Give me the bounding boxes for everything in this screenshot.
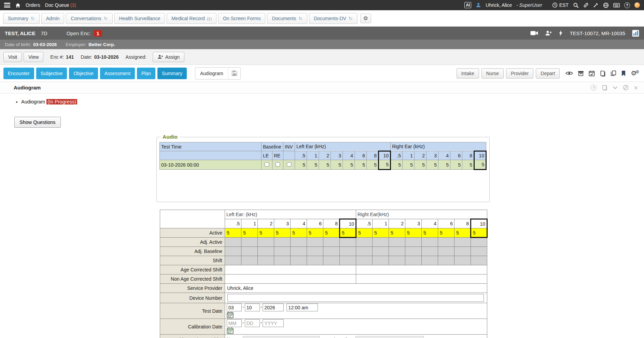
book-icon[interactable] xyxy=(602,85,607,90)
search-icon[interactable] xyxy=(573,2,579,8)
active-cell[interactable]: 5 xyxy=(307,228,323,238)
refresh-icon[interactable]: ↻ xyxy=(349,16,353,20)
ai-badge[interactable]: AI xyxy=(464,2,471,8)
active-cell[interactable]: 5 xyxy=(422,228,438,238)
books-icon[interactable] xyxy=(600,70,606,76)
encounter-button[interactable]: Encounter xyxy=(3,68,34,79)
timezone-selector[interactable]: EST xyxy=(552,2,569,8)
refresh-icon[interactable]: ↻ xyxy=(31,16,35,20)
tools-icon[interactable] xyxy=(593,2,599,8)
enc-value: 141 xyxy=(66,54,74,60)
active-cell[interactable]: 5 xyxy=(241,228,258,238)
menu-icon[interactable] xyxy=(4,3,10,8)
active-cell-10-highlighted[interactable]: 5 xyxy=(340,228,356,238)
visit-button[interactable]: Visit xyxy=(3,52,22,62)
active-cell[interactable]: 5 xyxy=(405,228,422,238)
calendar-icon[interactable] xyxy=(227,311,486,318)
tab-on-screen-forms[interactable]: On Screen Forms xyxy=(218,13,265,24)
test-date-year-input[interactable] xyxy=(263,304,284,311)
service-provider-row: Service Provider Uhrick, Alice xyxy=(160,284,487,293)
test-time-value[interactable]: 03-10-2026 00:00 xyxy=(160,160,262,170)
calibration-year-input[interactable] xyxy=(263,319,284,327)
calendar-icon[interactable] xyxy=(227,327,486,334)
tab-conversations[interactable]: Conversations ↻ xyxy=(66,13,112,24)
power-icon[interactable] xyxy=(634,2,640,8)
archive-icon[interactable] xyxy=(578,70,584,76)
audiogram-item-link[interactable]: Audiogram xyxy=(21,99,45,104)
freq-header: 6 xyxy=(450,151,462,160)
col-le: LE xyxy=(262,151,272,160)
keyboard-icon[interactable] xyxy=(613,3,620,8)
calibration-month-input[interactable] xyxy=(227,319,242,327)
tab-documents[interactable]: Documents ↻ xyxy=(267,13,307,24)
refresh-icon[interactable]: ↻ xyxy=(298,16,303,20)
topbar-item-doc-queue[interactable]: Doc Queue(3) xyxy=(45,2,76,8)
tab-health-surveillance[interactable]: Health Surveillance xyxy=(114,13,165,24)
video-camera-icon[interactable] xyxy=(530,31,538,36)
active-cell[interactable]: 5 xyxy=(454,228,471,238)
freq-header: 3 xyxy=(426,151,438,160)
chart-icon[interactable] xyxy=(632,30,639,37)
topbar-item-orders[interactable]: Orders xyxy=(26,2,40,8)
active-cell[interactable]: 5 xyxy=(389,228,405,238)
test-date-month-input[interactable] xyxy=(227,304,242,311)
test-time-input[interactable] xyxy=(286,304,318,311)
assessment-button[interactable]: Assessment xyxy=(100,68,135,79)
device-number-input[interactable] xyxy=(227,294,484,302)
summary-button[interactable]: Summary xyxy=(157,68,187,79)
tab-medical-record[interactable]: Medical Record (1) xyxy=(167,13,216,24)
active-cell[interactable]: 5 xyxy=(373,228,389,238)
test-date-row: Test Date -- xyxy=(160,303,487,319)
calendar-check-icon[interactable] xyxy=(589,70,595,76)
home-icon[interactable] xyxy=(15,2,21,8)
active-cell[interactable]: 5 xyxy=(438,228,454,238)
baseline-le-checkbox[interactable] xyxy=(265,162,269,167)
active-cell[interactable]: 5 xyxy=(323,228,340,238)
baseline-re-checkbox[interactable] xyxy=(276,162,280,167)
chevron-down-icon[interactable] xyxy=(613,86,618,89)
active-cell[interactable]: 5 xyxy=(225,228,241,238)
shift-row: Shift xyxy=(160,256,487,265)
assign-button[interactable]: Assign xyxy=(153,52,184,62)
help-icon[interactable]: ? xyxy=(624,2,630,8)
active-cell[interactable]: 5 xyxy=(356,228,373,238)
open-enc-badge[interactable]: 1 xyxy=(94,30,102,37)
add-user-icon[interactable] xyxy=(545,30,552,36)
provider-button[interactable]: Provider xyxy=(506,68,533,79)
gears-icon[interactable]: ⚙⚙ xyxy=(631,69,639,77)
plan-button[interactable]: Plan xyxy=(137,68,155,79)
link-icon[interactable] xyxy=(583,2,589,8)
active-cell[interactable]: 5 xyxy=(258,228,274,238)
block-icon[interactable] xyxy=(623,85,629,90)
non-age-corrected-shift-label: Non Age Corrected Shift xyxy=(160,274,225,284)
calibration-day-input[interactable] xyxy=(245,319,260,327)
view-button[interactable]: View xyxy=(24,52,43,62)
tab-admin[interactable]: Admin xyxy=(41,13,65,24)
help-circle-icon[interactable]: ? xyxy=(591,85,597,90)
tab-summary[interactable]: Summary ↻ xyxy=(3,13,40,24)
close-icon[interactable]: × xyxy=(634,85,638,90)
nurse-button[interactable]: Nurse xyxy=(481,68,504,79)
depart-button[interactable]: Depart xyxy=(536,68,560,79)
tab-documents-dv[interactable]: Documents-DV ↻ xyxy=(309,13,358,24)
bookmark-icon[interactable] xyxy=(621,70,626,76)
copy-icon[interactable] xyxy=(611,70,616,76)
globe-icon[interactable] xyxy=(603,2,609,8)
tab-settings-button[interactable]: ⚙ xyxy=(360,14,371,23)
save-icon[interactable] xyxy=(228,68,240,79)
subjective-button[interactable]: Subjective xyxy=(36,68,67,79)
intake-button[interactable]: Intake xyxy=(457,68,479,79)
user-name[interactable]: Uhrick, Alice xyxy=(486,2,512,8)
inv-checkbox[interactable] xyxy=(287,162,291,167)
refresh-icon[interactable]: ↻ xyxy=(104,16,108,20)
show-questions-button[interactable]: Show Questions xyxy=(14,117,61,128)
eye-icon[interactable] xyxy=(565,71,573,75)
lightning-icon[interactable] xyxy=(559,30,563,36)
test-date-day-input[interactable] xyxy=(245,304,260,311)
audiogram-doc-tab[interactable]: Audiogram xyxy=(195,67,241,80)
active-cell[interactable]: 5 xyxy=(291,228,307,238)
non-age-corrected-shift-row: Non Age Corrected Shift xyxy=(160,274,487,284)
active-cell-10-highlighted[interactable]: 5 xyxy=(471,228,487,238)
active-cell[interactable]: 5 xyxy=(274,228,291,238)
objective-button[interactable]: Objective xyxy=(69,68,98,79)
